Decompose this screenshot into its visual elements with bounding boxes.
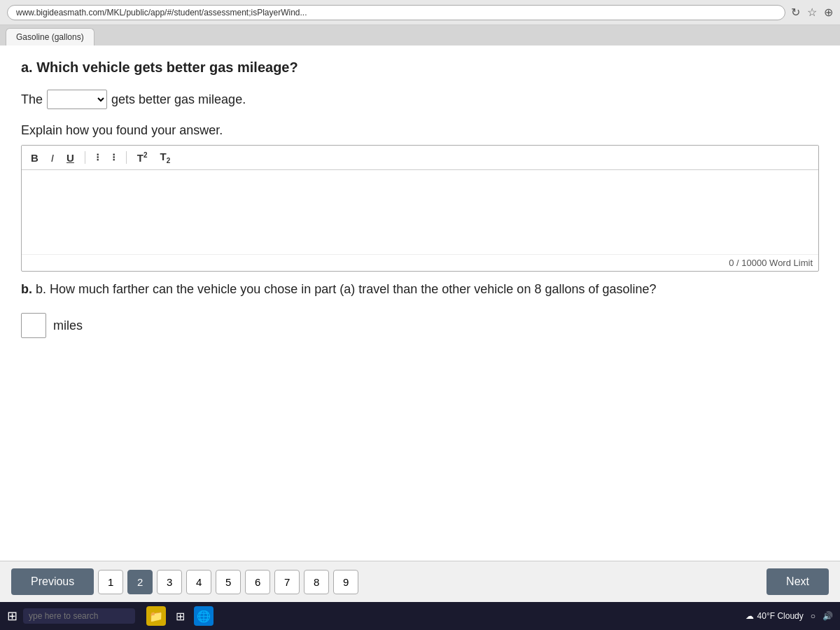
next-button[interactable]: Next: [766, 568, 829, 595]
page-8-button[interactable]: 8: [304, 570, 329, 594]
active-tab[interactable]: Gasoline (gallons): [6, 28, 94, 46]
page-9-button[interactable]: 9: [333, 570, 358, 594]
superscript-button[interactable]: T2: [135, 150, 150, 164]
url-bar[interactable]: www.bigideasmath.com/MKL/public/app/#/st…: [7, 5, 785, 20]
previous-button[interactable]: Previous: [11, 568, 94, 595]
vehicle-dropdown[interactable]: Car Truck: [47, 90, 107, 109]
weather-info: ☁ 40°F Cloudy: [746, 611, 804, 621]
rich-text-editor: B I U ⁝ ⁝ T2 T2 0 / 10000 Word Limit: [21, 145, 819, 272]
bottom-nav: Previous 1 2 3 4 5 6 7 8 9 Next: [0, 561, 840, 602]
page-2-button[interactable]: 2: [127, 570, 153, 594]
toolbar-divider-1: [85, 151, 85, 164]
browser-icon[interactable]: 🌐: [194, 606, 214, 626]
taskbar-icons: 📁 ⊞ 🌐: [146, 606, 214, 626]
page-4-button[interactable]: 4: [186, 570, 211, 594]
main-content: a. Which vehicle gets better gas mileage…: [0, 46, 840, 561]
ordered-list-button[interactable]: ⁝: [110, 150, 118, 164]
miles-row: miles: [21, 313, 819, 338]
unordered-list-button[interactable]: ⁝: [94, 150, 102, 164]
network-icon: ○: [811, 611, 816, 621]
explain-label: Explain how you found your answer.: [21, 123, 819, 138]
sentence-end: gets better gas mileage.: [111, 92, 246, 107]
miles-label: miles: [53, 318, 83, 333]
apps-icon[interactable]: ⊞: [170, 606, 190, 626]
page-6-button[interactable]: 6: [245, 570, 270, 594]
file-explorer-icon[interactable]: 📁: [146, 606, 166, 626]
page-3-button[interactable]: 3: [157, 570, 182, 594]
subscript-button[interactable]: T2: [158, 150, 173, 165]
page-7-button[interactable]: 7: [274, 570, 300, 594]
italic-button[interactable]: I: [49, 151, 56, 164]
star-icon[interactable]: ☆: [807, 6, 817, 19]
rte-body[interactable]: [22, 170, 818, 254]
question-a-label: a. Which vehicle gets better gas mileage…: [21, 59, 819, 76]
browser-bar: www.bigideasmath.com/MKL/public/app/#/st…: [0, 0, 840, 25]
windows-icon[interactable]: ⊞: [7, 608, 18, 624]
underline-button[interactable]: U: [64, 151, 76, 164]
page-1-button[interactable]: 1: [98, 570, 123, 594]
taskbar-right: ☁ 40°F Cloudy ○ 🔊: [746, 611, 833, 621]
extension-icon[interactable]: ⊕: [824, 6, 833, 19]
tab-bar: Gasoline (gallons): [0, 25, 840, 46]
question-b: b. b. How much farther can the vehicle y…: [21, 280, 819, 299]
page-5-button[interactable]: 5: [216, 570, 241, 594]
taskbar: ⊞ 📁 ⊞ 🌐 ☁ 40°F Cloudy ○ 🔊: [0, 602, 840, 630]
toolbar-divider-2: [126, 151, 127, 164]
volume-icon: 🔊: [822, 611, 833, 621]
browser-icons: ↻ ☆ ⊕: [791, 6, 833, 19]
refresh-icon[interactable]: ↻: [791, 6, 800, 19]
word-limit: 0 / 10000 Word Limit: [22, 254, 818, 271]
taskbar-search-input[interactable]: [23, 608, 135, 624]
rte-toolbar: B I U ⁝ ⁝ T2 T2: [22, 146, 818, 170]
miles-input[interactable]: [21, 313, 46, 338]
bold-button[interactable]: B: [29, 151, 41, 164]
cloud-icon: ☁: [746, 611, 754, 621]
sentence-start: The: [21, 92, 43, 107]
inline-answer-row: The Car Truck gets better gas mileage.: [21, 90, 819, 109]
weather-text: 40°F Cloudy: [757, 611, 804, 621]
